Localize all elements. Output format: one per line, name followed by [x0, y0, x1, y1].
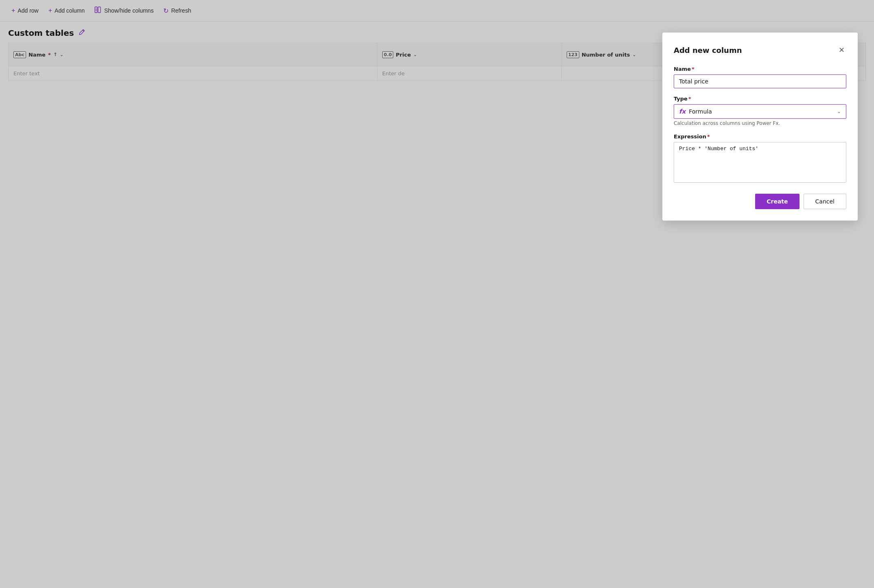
name-field-group: Name*	[674, 66, 846, 81]
name-field-label: Name*	[674, 66, 846, 72]
modal-header: Add new column ✕	[674, 44, 846, 56]
name-required: *	[692, 66, 694, 72]
name-input[interactable]	[674, 74, 846, 81]
modal-overlay: Add new column ✕ Name* Type* fx Formula …	[0, 0, 874, 81]
modal-title: Add new column	[674, 46, 742, 55]
add-column-modal: Add new column ✕ Name* Type* fx Formula …	[662, 33, 858, 81]
close-modal-button[interactable]: ✕	[837, 44, 846, 56]
